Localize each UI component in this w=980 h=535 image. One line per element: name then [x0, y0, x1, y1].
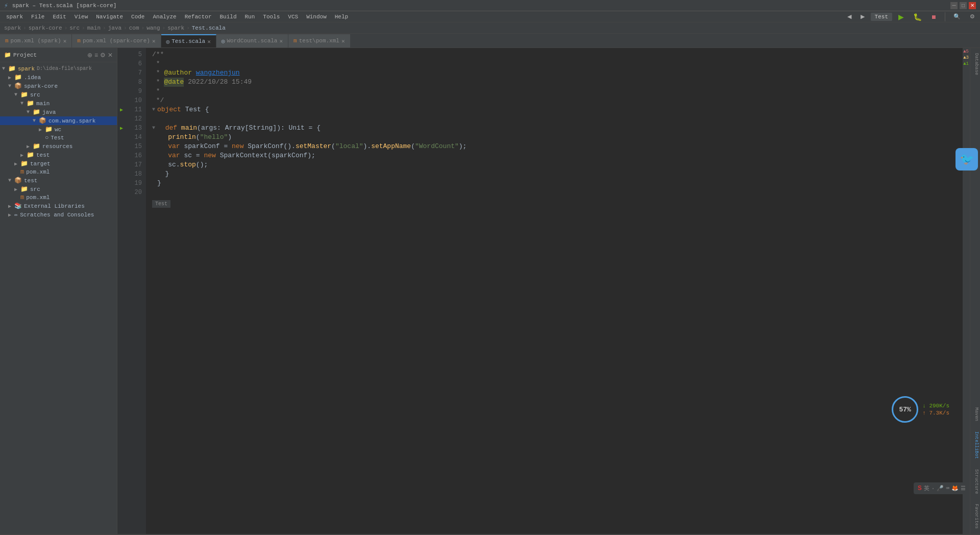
close-button[interactable]: ✕ — [969, 2, 976, 9]
tree-test-folder[interactable]: ▶ 📁 test — [0, 151, 117, 159]
menu-view[interactable]: View — [70, 13, 92, 21]
code-line-18: } — [152, 169, 957, 179]
editor-content[interactable]: /** * * @author wangzhenjun * @date 2022… — [146, 48, 963, 534]
tab-pom-spark[interactable]: m pom.xml (spark) ✕ — [0, 34, 72, 47]
tab-wordcount[interactable]: ◎ WordCount.scala ✕ — [216, 34, 288, 47]
tree-pom-sparkcore[interactable]: ▶ m pom.xml — [0, 168, 117, 176]
menu-edit[interactable]: Edit — [48, 13, 70, 21]
gutter-empty13 — [117, 179, 126, 188]
tree-wc[interactable]: ▶ 📁 wc — [0, 125, 117, 134]
v-tab-favorites[interactable]: Favorites — [970, 499, 980, 534]
fold-arrow-19[interactable] — [152, 179, 155, 188]
line-numbers: 5 6 7 8 9 10 11 12 13 14 15 16 17 18 19 … — [126, 48, 146, 534]
menu-build[interactable]: Build — [215, 13, 240, 21]
menu-spark[interactable]: spark — [2, 13, 27, 21]
fold-arrow-11[interactable]: ▼ — [152, 105, 155, 114]
tab-close-test[interactable]: ✕ — [207, 38, 211, 45]
panel-close-btn[interactable]: ✕ — [108, 52, 113, 59]
fold-arrow-13[interactable]: ▼ — [152, 124, 155, 133]
code-line-8: * @date 2022/10/28 15:49 — [152, 78, 957, 87]
class-icon: ○ — [45, 134, 48, 141]
tree-main[interactable]: ▼ 📁 main — [0, 99, 117, 108]
folder-icon: 📁 — [20, 160, 28, 167]
folder-icon: 📁 — [27, 100, 34, 107]
tree-target[interactable]: ▶ 📁 target — [0, 159, 117, 168]
panel-settings-btn[interactable]: ⊕ — [87, 52, 92, 59]
tab-test-scala[interactable]: ◎ Test.scala ✕ — [161, 34, 216, 47]
fold-arrow-18[interactable] — [152, 169, 155, 179]
menu-refactor[interactable]: Refactor — [181, 13, 216, 21]
menu-vcs[interactable]: VCS — [284, 13, 302, 21]
v-tab-database[interactable]: Database — [970, 48, 980, 80]
tree-resources[interactable]: ▶ 📁 resources — [0, 142, 117, 151]
tab-close-wordcount[interactable]: ✕ — [279, 38, 283, 44]
menu-file[interactable]: File — [27, 13, 48, 21]
settings-button[interactable]: ⚙ — [967, 12, 978, 21]
tab-close-testpom[interactable]: ✕ — [341, 38, 345, 44]
v-tab-gradle[interactable]: IntelliBot — [970, 426, 980, 464]
arrow-icon: ▶ — [14, 186, 20, 192]
run-button[interactable]: ▶ — [895, 12, 907, 22]
code-line-10: */ — [152, 96, 957, 105]
breadcrumb-src[interactable]: src — [69, 25, 80, 31]
menu-window[interactable]: Window — [302, 13, 331, 21]
xml-icon: m — [20, 194, 24, 201]
run-gutter-main[interactable]: ▶ — [117, 124, 126, 133]
menu-navigate[interactable]: Navigate — [92, 13, 127, 21]
code-line-7: * @author wangzhenjun — [152, 68, 957, 78]
tree-com-wang-spark[interactable]: ▼ 📦 com.wang.spark — [0, 116, 117, 125]
tree-src[interactable]: ▼ 📁 src — [0, 90, 117, 99]
breadcrumb-com[interactable]: com — [129, 25, 139, 31]
tab-pom-spark-core[interactable]: m pom.xml (spark-core) ✕ — [72, 34, 161, 47]
tree-item-label: External Libraries — [24, 203, 85, 209]
tree-item-label: src — [30, 92, 40, 98]
maximize-button[interactable]: □ — [960, 2, 967, 9]
tree-idea[interactable]: ▶ 📁 .idea — [0, 73, 117, 82]
tree-test-class[interactable]: ▶ ○ Test — [0, 134, 117, 142]
breadcrumb-spark-core[interactable]: spark-core — [29, 25, 62, 31]
arrow-icon: ▼ — [33, 118, 39, 124]
tree-test-module[interactable]: ▼ 📦 test — [0, 176, 117, 185]
nav-forward-button[interactable]: ▶ — [857, 12, 868, 21]
v-tab-maven[interactable]: Maven — [970, 402, 980, 426]
tree-spark-core[interactable]: ▼ 📦 spark-core — [0, 82, 117, 90]
menu-help[interactable]: Help — [331, 13, 352, 21]
plugin-icon[interactable]: 🐦 — [955, 148, 978, 171]
tree-ext-libs[interactable]: ▶ 📚 External Libraries — [0, 202, 117, 210]
gutter-empty3 — [117, 68, 126, 78]
tree-test-src[interactable]: ▶ 📁 src — [0, 185, 117, 193]
tree-scratches[interactable]: ▶ ✏ Scratches and Consoles — [0, 210, 117, 219]
nav-back-button[interactable]: ◀ — [844, 12, 854, 21]
tree-item-label: test — [24, 178, 37, 184]
breadcrumb-spark[interactable]: spark — [4, 25, 21, 31]
breadcrumb-spark2[interactable]: spark — [167, 25, 184, 31]
tree-java[interactable]: ▼ 📁 java — [0, 108, 117, 116]
tab-close-pom-sparkcore[interactable]: ✕ — [152, 38, 156, 44]
breadcrumb-java[interactable]: java — [108, 25, 121, 31]
v-tab-structure[interactable]: Structure — [970, 464, 980, 499]
menu-code[interactable]: Code — [127, 13, 149, 21]
debug-button[interactable]: 🐛 — [910, 12, 925, 22]
tree-pom-test[interactable]: ▶ m pom.xml — [0, 193, 117, 202]
folder-icon: 📁 — [14, 74, 22, 81]
minimize-button[interactable]: ─ — [950, 2, 958, 9]
breadcrumb-file[interactable]: Test.scala — [192, 25, 226, 31]
gutter: ▶ ▶ — [117, 48, 126, 534]
run-gutter-object[interactable]: ▶ — [117, 105, 126, 114]
gutter-empty8 — [117, 133, 126, 142]
menu-tools[interactable]: Tools — [259, 13, 284, 21]
window-controls[interactable]: ─ □ ✕ — [950, 2, 976, 9]
search-everywhere-button[interactable]: 🔍 — [950, 12, 964, 21]
panel-gear-btn[interactable]: ⚙ — [100, 52, 106, 59]
tab-close-pom-spark[interactable]: ✕ — [63, 38, 67, 44]
xml-icon2: m — [77, 38, 81, 44]
tree-spark-root[interactable]: ▼ 📁 spark D:\idea-file\spark — [0, 64, 117, 73]
panel-sort-btn[interactable]: ≡ — [94, 52, 98, 59]
stop-button[interactable]: ⏹ — [928, 13, 940, 21]
breadcrumb-main[interactable]: main — [87, 25, 101, 31]
menu-run[interactable]: Run — [241, 13, 259, 21]
breadcrumb-wang[interactable]: wang — [146, 25, 160, 31]
tab-test-pom[interactable]: m test\pom.xml ✕ — [288, 34, 350, 47]
menu-analyze[interactable]: Analyze — [149, 13, 180, 21]
code-line-16: var sc = new SparkContext(sparkConf); — [152, 151, 957, 160]
